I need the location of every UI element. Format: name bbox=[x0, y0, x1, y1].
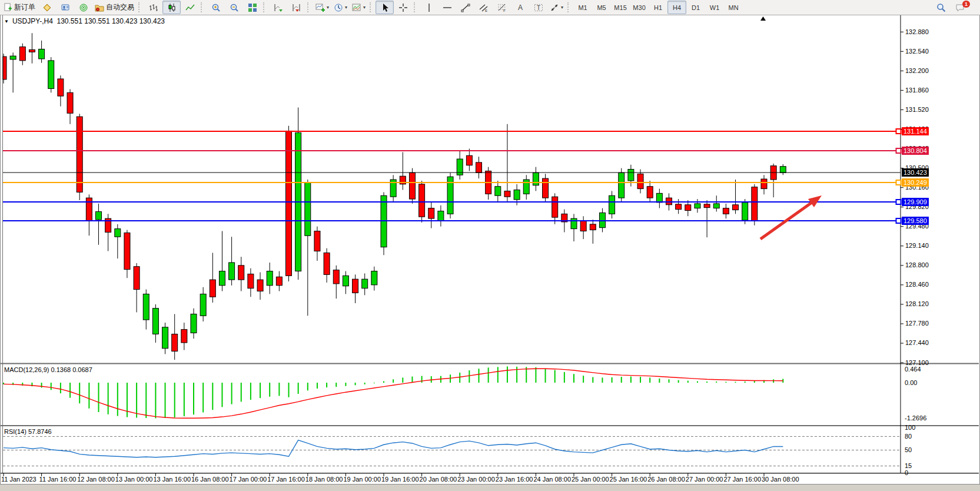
fibonacci-button[interactable]: F bbox=[493, 1, 511, 14]
search-icon bbox=[936, 3, 946, 12]
bar-chart-icon bbox=[149, 3, 158, 12]
arrows-button[interactable]: ▾ bbox=[547, 1, 566, 14]
text-button[interactable]: A bbox=[511, 1, 529, 14]
indicators-icon bbox=[315, 3, 325, 12]
periods-button[interactable]: ▾ bbox=[331, 1, 350, 14]
bar-chart-button[interactable] bbox=[144, 1, 162, 14]
profile-button[interactable] bbox=[56, 1, 74, 14]
macd-indicator-label: MACD(12,26,9) 0.1368 0.0687 bbox=[4, 366, 92, 373]
svg-text:A: A bbox=[518, 4, 523, 12]
signals-button[interactable] bbox=[74, 1, 92, 14]
new-order-button[interactable]: 新订单 bbox=[1, 1, 38, 14]
toolbar-separator bbox=[567, 2, 571, 12]
profile-icon bbox=[61, 3, 70, 12]
vertical-line-button[interactable] bbox=[420, 1, 438, 14]
vertical-line-icon bbox=[424, 3, 434, 12]
autotrading-button[interactable]: 自动交易 bbox=[92, 1, 137, 14]
zoom-out-button[interactable] bbox=[225, 1, 243, 14]
text-label-icon: T bbox=[534, 3, 543, 12]
zoom-out-icon bbox=[230, 3, 239, 12]
gold-diamond-icon bbox=[42, 3, 52, 12]
toolbar-separator bbox=[138, 2, 142, 12]
auto-scroll-button[interactable] bbox=[269, 1, 287, 14]
clock-icon bbox=[334, 3, 343, 12]
horizontal-line-icon bbox=[443, 3, 452, 12]
toolbar: 新订单 自动交易 ▾ ▾ bbox=[0, 0, 980, 15]
toolbar-separator bbox=[263, 2, 267, 12]
equidistant-channel-icon: E bbox=[479, 3, 489, 12]
candlestick-chart-button[interactable] bbox=[162, 1, 181, 14]
chevron-down-icon: ▾ bbox=[327, 5, 329, 10]
rsi-indicator-label: RSI(14) 57.8746 bbox=[4, 428, 52, 435]
svg-text:E: E bbox=[485, 9, 487, 12]
toolbar-separator bbox=[414, 2, 417, 12]
crosshair-button[interactable] bbox=[394, 1, 412, 14]
cursor-button[interactable] bbox=[376, 1, 394, 14]
toolbar-separator bbox=[307, 2, 311, 12]
timeframe-button-M15[interactable]: M15 bbox=[611, 1, 630, 14]
chat-button[interactable]: 1 bbox=[953, 1, 976, 14]
chart-window[interactable] bbox=[0, 15, 980, 485]
search-button[interactable] bbox=[932, 1, 951, 14]
templates-button[interactable]: ▾ bbox=[350, 1, 368, 14]
notification-badge: 1 bbox=[962, 1, 970, 8]
toolbar-separator bbox=[201, 2, 204, 12]
autotrading-label: 自动交易 bbox=[106, 2, 134, 12]
svg-text:F: F bbox=[503, 9, 506, 12]
chevron-down-icon: ▾ bbox=[363, 5, 366, 10]
svg-text:T: T bbox=[537, 5, 540, 11]
arrows-icon bbox=[550, 3, 559, 12]
chart-menu-icon[interactable]: ▼ bbox=[4, 19, 9, 24]
signal-icon bbox=[79, 3, 88, 12]
cursor-icon bbox=[380, 3, 390, 12]
template-chart-icon bbox=[352, 3, 361, 12]
timeframe-button-M5[interactable]: M5 bbox=[592, 1, 611, 14]
trendline-button[interactable] bbox=[456, 1, 474, 14]
timeframe-button-MN[interactable]: MN bbox=[724, 1, 743, 14]
tile-windows-icon bbox=[248, 3, 257, 12]
timeframe-button-H1[interactable]: H1 bbox=[649, 1, 667, 14]
chart-symbol-period: USDJPY-,H4 bbox=[12, 17, 53, 25]
indicators-button[interactable]: ▾ bbox=[313, 1, 331, 14]
horizontal-line-button[interactable] bbox=[438, 1, 456, 14]
timeframe-toolbar: M1M5M15M30H1H4D1W1MN bbox=[573, 1, 743, 14]
chart-shift-icon bbox=[292, 3, 301, 12]
autotrading-icon bbox=[95, 3, 104, 12]
trendline-icon bbox=[461, 3, 470, 12]
chevron-down-icon: ▾ bbox=[345, 5, 347, 10]
chart-title: ▼USDJPY-,H4 130.551 130.551 130.423 130.… bbox=[4, 17, 165, 25]
text-icon: A bbox=[516, 3, 525, 12]
timeframe-button-M1[interactable]: M1 bbox=[573, 1, 592, 14]
deposit-button[interactable] bbox=[38, 1, 56, 14]
timeframe-button-M30[interactable]: M30 bbox=[630, 1, 649, 14]
line-chart-button[interactable] bbox=[181, 1, 199, 14]
zoom-in-icon bbox=[211, 3, 221, 12]
timeframe-button-W1[interactable]: W1 bbox=[705, 1, 724, 14]
zoom-in-button[interactable] bbox=[207, 1, 225, 14]
candlestick-chart-icon bbox=[167, 3, 177, 12]
crosshair-icon bbox=[398, 3, 408, 12]
auto-scroll-icon bbox=[274, 3, 283, 12]
new-order-icon bbox=[4, 3, 12, 12]
new-order-label: 新订单 bbox=[14, 2, 35, 12]
tile-windows-button[interactable] bbox=[243, 1, 261, 14]
label-button[interactable]: T bbox=[529, 1, 547, 14]
chart-ohlc-values: 130.551 130.551 130.423 130.423 bbox=[57, 17, 165, 25]
line-chart-icon bbox=[185, 3, 195, 12]
fibonacci-icon: F bbox=[497, 3, 507, 12]
chevron-down-icon: ▾ bbox=[561, 5, 563, 10]
equidistant-channel-button[interactable]: E bbox=[474, 1, 493, 14]
toolbar-separator bbox=[370, 2, 373, 12]
timeframe-button-H4[interactable]: H4 bbox=[667, 1, 686, 14]
chart-shift-button[interactable] bbox=[287, 1, 305, 14]
timeframe-button-D1[interactable]: D1 bbox=[686, 1, 705, 14]
